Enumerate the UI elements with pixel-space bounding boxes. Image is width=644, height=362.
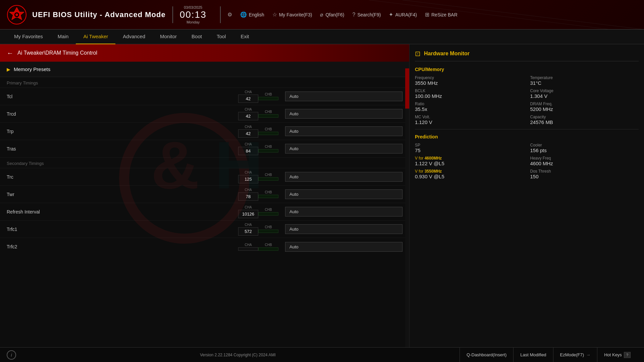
- my-favorite-control[interactable]: ☆ My Favorite(F3): [272, 11, 312, 18]
- trfc1-chb-group: CHB: [258, 225, 278, 233]
- ezmode-button[interactable]: EzMode(F7) →: [553, 348, 597, 362]
- nav-ai-tweaker[interactable]: Ai Tweaker: [76, 29, 115, 44]
- tcl-cha-group: CHA 42: [238, 90, 258, 103]
- dos-thresh-label: Dos Thresh: [530, 169, 639, 174]
- english-control[interactable]: 🌐 English: [240, 11, 264, 18]
- twr-chb-value[interactable]: [258, 195, 278, 198]
- twr-chb-group: CHB: [258, 190, 278, 198]
- hot-keys-button[interactable]: Hot Keys ?: [597, 348, 637, 362]
- trfc2-chb-value[interactable]: [258, 247, 278, 251]
- tras-auto-button[interactable]: Auto: [285, 144, 402, 154]
- trp-auto-button[interactable]: Auto: [285, 126, 402, 136]
- dram-freq-item: DRAM Freq. 5200 MHz: [530, 102, 639, 112]
- trcd-chb-value[interactable]: [258, 114, 278, 118]
- nav-tool[interactable]: Tool: [209, 29, 233, 44]
- nav-boot[interactable]: Boot: [184, 29, 209, 44]
- nav-monitor[interactable]: Monitor: [153, 29, 184, 44]
- trp-chb-value[interactable]: [258, 132, 278, 135]
- refresh-label: Refresh Interval: [7, 209, 80, 215]
- trfc2-cha-group: CHA: [238, 243, 258, 251]
- scrollbar-thumb[interactable]: [405, 68, 409, 109]
- last-modified-button[interactable]: Last Modified: [513, 348, 553, 362]
- refresh-chb-value[interactable]: [258, 212, 278, 216]
- heavy-freq-value: 4600 MHz: [530, 161, 639, 166]
- v4600-label: V for 4600MHz: [415, 156, 524, 161]
- v4600-item: V for 4600MHz 1.122 V @L5: [415, 156, 524, 166]
- nav-exit[interactable]: Exit: [233, 29, 256, 44]
- ezmode-label: EzMode(F7): [560, 352, 584, 357]
- trfc1-auto-button[interactable]: Auto: [285, 224, 402, 234]
- info-icon[interactable]: i: [7, 350, 16, 360]
- chb-label-6: CHB: [265, 190, 272, 194]
- timing-row-trc: Trc CHA 125 CHB Auto: [0, 168, 409, 186]
- header-divider-2: [220, 6, 221, 23]
- hot-keys-badge: ?: [624, 352, 631, 358]
- trfc1-cha-value[interactable]: 572: [238, 227, 258, 236]
- timing-row-twr: Twr CHA 78 CHB Auto: [0, 186, 409, 203]
- monitor-icon: ⊡: [415, 50, 421, 58]
- aura-control[interactable]: ✦ AURA(F4): [389, 11, 417, 18]
- bclk-item: BCLK 100.00 MHz: [415, 88, 524, 99]
- tcl-cha-value[interactable]: 42: [238, 95, 258, 103]
- monitor-divider: [415, 129, 639, 129]
- sp-item: SP 75: [415, 143, 524, 153]
- nav-advanced[interactable]: Advanced: [115, 29, 153, 44]
- svg-point-3: [15, 13, 18, 16]
- nav-my-favorites[interactable]: My Favorites: [7, 29, 50, 44]
- qfan-control[interactable]: ⌀ Qfan(F6): [320, 11, 344, 18]
- trc-cha-value[interactable]: 125: [238, 175, 258, 183]
- trcd-cha-value[interactable]: 42: [238, 112, 258, 120]
- back-button[interactable]: ←: [7, 49, 13, 57]
- refresh-cha-value[interactable]: 10126: [238, 210, 258, 218]
- v3550-value: 0.930 V @L5: [415, 174, 524, 179]
- logo-area: UEFI BIOS Utility - Advanced Mode: [7, 5, 166, 25]
- q-dashboard-button[interactable]: Q-Dashboard(Insert): [460, 348, 513, 362]
- trfc2-chb-group: CHB: [258, 243, 278, 251]
- tcl-auto-button[interactable]: Auto: [285, 92, 402, 101]
- twr-cha-value[interactable]: 78: [238, 192, 258, 201]
- scrollbar-track[interactable]: [405, 62, 409, 347]
- core-voltage-item: Core Voltage 1.304 V: [530, 88, 639, 99]
- tras-chb-value[interactable]: [258, 149, 278, 153]
- heavy-freq-item: Heavy Freq 4600 MHz: [530, 156, 639, 166]
- timing-row-trfc1: Trfc1 CHA 572 CHB Auto: [0, 221, 409, 238]
- resizebar-control[interactable]: ⊞ ReSize BAR: [425, 11, 458, 18]
- cpu-memory-stats: Frequency 3550 MHz Temperature 31°C BCLK…: [415, 75, 639, 125]
- refresh-chb-group: CHB: [258, 208, 278, 216]
- settings-icon: ⚙: [227, 11, 232, 18]
- ratio-value: 35.5x: [415, 106, 524, 112]
- mc-volt-label: MC Volt.: [415, 115, 524, 119]
- tcl-chb-value[interactable]: [258, 97, 278, 100]
- settings-control[interactable]: ⚙: [227, 11, 232, 18]
- english-label: English: [249, 12, 264, 17]
- secondary-timings-label: Secondary Timings: [0, 158, 409, 168]
- nav-main[interactable]: Main: [50, 29, 76, 44]
- nav-bar: My Favorites Main Ai Tweaker Advanced Mo…: [0, 29, 644, 44]
- breadcrumb-path: Ai Tweaker\DRAM Timing Control: [17, 50, 97, 56]
- twr-channels: CHA 78 CHB: [238, 188, 278, 201]
- dos-thresh-item: Dos Thresh 150: [530, 169, 639, 179]
- tras-cha-value[interactable]: 84: [238, 147, 258, 155]
- temperature-item: Temperature 31°C: [530, 75, 639, 86]
- refresh-auto-button[interactable]: Auto: [285, 207, 402, 217]
- trfc2-auto-button[interactable]: Auto: [285, 242, 402, 252]
- heavy-freq-label: Heavy Freq: [530, 156, 639, 161]
- resizebar-label: ReSize BAR: [431, 12, 458, 17]
- memory-presets-header[interactable]: ▶ Memory Presets: [0, 62, 409, 77]
- trc-chb-value[interactable]: [258, 177, 278, 181]
- search-control[interactable]: ? Search(F9): [352, 12, 381, 18]
- tcl-channels: CHA 42 CHB: [238, 90, 278, 103]
- trp-label: Trp: [7, 129, 80, 134]
- cha-label-7: CHA: [245, 205, 252, 209]
- cha-label-4: CHA: [245, 142, 252, 146]
- trfc2-cha-value[interactable]: [238, 247, 258, 251]
- refresh-cha-group: CHA 10126: [238, 205, 258, 218]
- cha-label-5: CHA: [245, 171, 252, 174]
- trfc1-label: Trfc1: [7, 227, 80, 232]
- trfc1-chb-value[interactable]: [258, 230, 278, 233]
- twr-auto-button[interactable]: Auto: [285, 189, 402, 199]
- trcd-auto-button[interactable]: Auto: [285, 109, 402, 119]
- trc-auto-button[interactable]: Auto: [285, 172, 402, 182]
- chb-label-4: CHB: [265, 145, 272, 148]
- trp-cha-value[interactable]: 42: [238, 129, 258, 138]
